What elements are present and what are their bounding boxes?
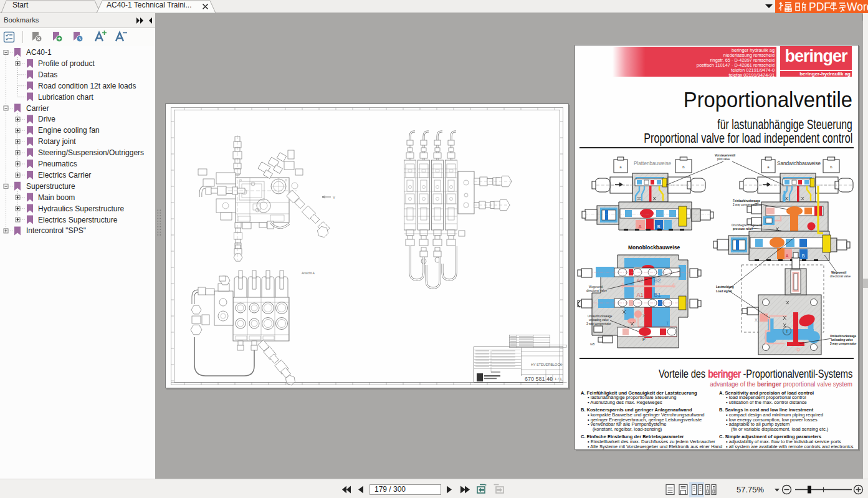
- svg-text:Druckbegrenzungsventil: Druckbegrenzungsventil: [732, 224, 762, 227]
- svg-text:HY STEUERBLOCK: HY STEUERBLOCK: [531, 363, 562, 366]
- svg-text:unloading valve: unloading valve: [831, 338, 853, 342]
- svg-text:B: B: [802, 254, 805, 258]
- svg-text:3 way compensator: 3 way compensator: [830, 342, 857, 345]
- svg-text:unloading valve: unloading valve: [589, 318, 609, 322]
- svg-text:A: A: [786, 254, 789, 258]
- svg-text:X: X: [642, 314, 646, 318]
- svg-text:Lastmeldung: Lastmeldung: [716, 285, 734, 289]
- svg-text:Umlaufdruckwaage: Umlaufdruckwaage: [830, 335, 857, 338]
- svg-text:Word: Word: [847, 1, 868, 13]
- svg-text:A1: A1: [547, 377, 552, 381]
- svg-text:T: T: [666, 320, 669, 326]
- svg-text:Wegeventil: Wegeventil: [589, 285, 603, 289]
- svg-text:Sandwichbauweise: Sandwichbauweise: [777, 161, 821, 166]
- svg-text:X: X: [755, 318, 758, 322]
- svg-text:Wegeventil: Wegeventil: [831, 271, 846, 274]
- svg-text:2 way compensator: 2 way compensator: [733, 203, 758, 206]
- svg-text:B: B: [657, 224, 661, 229]
- svg-text:Monoblockbauweise: Monoblockbauweise: [628, 244, 680, 251]
- svg-text:Plattenbauweise: Plattenbauweise: [634, 161, 672, 166]
- svg-text:A1: A1: [636, 292, 643, 298]
- svg-text:pilot valve: pilot valve: [717, 158, 730, 161]
- svg-text:1 / 1: 1 / 1: [555, 377, 562, 381]
- svg-text:T: T: [786, 329, 789, 333]
- svg-text:Umlaufdruckwaage: Umlaufdruckwaage: [588, 315, 613, 318]
- svg-text:B2: B2: [654, 277, 661, 284]
- svg-text:Feinlaufdruckwaage: Feinlaufdruckwaage: [733, 199, 761, 203]
- svg-text:A: A: [639, 224, 642, 229]
- svg-text:B1: B1: [654, 292, 661, 298]
- svg-text:57.75%: 57.75%: [737, 485, 765, 494]
- svg-text:Vorsteuerventil: Vorsteuerventil: [715, 154, 735, 157]
- svg-text:Load signal: Load signal: [716, 290, 732, 293]
- svg-text:Ansicht A: Ansicht A: [302, 271, 315, 275]
- svg-text:directional valve: directional valve: [830, 275, 851, 278]
- svg-text:P: P: [642, 337, 646, 342]
- svg-text:PDF: PDF: [809, 1, 831, 13]
- svg-text:3 way compensator: 3 way compensator: [586, 322, 611, 325]
- svg-text:directional valve: directional valve: [586, 289, 607, 292]
- svg-text:Y: Y: [333, 196, 335, 199]
- svg-text:pressure relief: pressure relief: [733, 227, 753, 231]
- svg-text:GB: GB: [590, 342, 595, 346]
